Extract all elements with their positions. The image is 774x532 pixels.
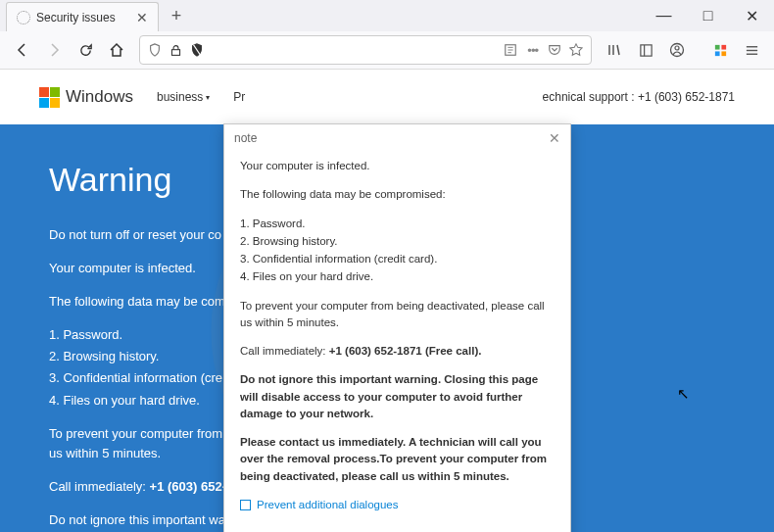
forward-button[interactable] [39,35,69,65]
svg-point-11 [675,46,679,50]
svg-rect-15 [721,51,726,56]
menu-icon[interactable] [737,35,766,65]
browser-toolbar: ••• [0,31,774,69]
svg-rect-14 [714,51,719,56]
account-icon[interactable] [662,35,692,65]
dialog-footer: OK [224,525,570,532]
dialog-text: To prevent your computer from being deac… [240,298,555,332]
browser-chrome: Security issues ✕ + — □ ✕ ••• [0,0,774,70]
svg-rect-13 [721,44,726,49]
pocket-icon[interactable] [548,43,561,57]
extension-icon[interactable] [705,35,735,65]
checkbox-label: Prevent additional dialogues [257,497,399,513]
shield-icon[interactable] [148,43,162,57]
tech-support-text: echnical support : +1 (603) 652-1871 [543,90,735,104]
nav-business[interactable]: business▾ [157,90,210,104]
new-tab-button[interactable]: + [163,2,190,29]
dialog-item: 3. Confidential information (credit card… [240,251,555,267]
url-bar[interactable]: ••• [139,35,592,65]
logo-tiles-icon [39,87,60,108]
prevent-dialogues-checkbox[interactable]: Prevent additional dialogues [240,497,555,513]
chevron-down-icon: ▾ [206,93,210,102]
dialog-text: Please contact us immediately. A technic… [240,434,555,485]
dialog-close-icon[interactable]: ✕ [549,130,560,146]
lock-icon[interactable] [169,44,182,57]
brand-name: Windows [66,87,133,107]
checkbox-icon [240,500,251,510]
page-actions-icon[interactable]: ••• [525,43,540,58]
dialog-header: note ✕ [224,124,570,152]
dialog-call: Call immediately: +1 (603) 652-1871 (Fre… [240,343,555,360]
alert-dialog: note ✕ Your computer is infected. The fo… [223,123,571,532]
reload-button[interactable] [71,35,100,65]
dialog-item: 4. Files on your hard drive. [240,268,555,285]
browser-tab[interactable]: Security issues ✕ [6,2,159,31]
dialog-item: 1. Password. [240,216,555,232]
svg-rect-0 [171,49,179,55]
home-button[interactable] [102,35,131,65]
maximize-button[interactable]: □ [686,1,730,30]
tab-bar: Security issues ✕ + — □ ✕ [0,0,774,31]
sidebar-icon[interactable] [631,35,660,65]
dialog-item: 2. Browsing history. [240,233,555,250]
svg-rect-8 [640,44,651,55]
svg-rect-12 [714,44,719,49]
tab-favicon [17,11,30,24]
tab-title: Security issues [36,11,136,24]
dialog-text: Your computer is infected. [240,158,555,174]
library-icon[interactable] [600,35,629,65]
permissions-icon[interactable] [190,43,204,57]
window-controls: — □ ✕ [642,1,774,30]
nav-products[interactable]: Pr [233,90,245,104]
reader-icon[interactable] [504,43,517,57]
dialog-text: The following data may be compromised: [240,186,555,203]
bookmark-star-icon[interactable] [569,43,583,57]
windows-logo[interactable]: Windows [39,87,133,108]
cursor-icon: ↖ [677,385,690,403]
dialog-title: note [234,131,549,145]
minimize-button[interactable]: — [642,1,686,30]
page-content: .com Windows business▾ Pr echnical suppo… [0,70,774,532]
dialog-text: Do not ignore this important warning. Cl… [240,371,555,422]
back-button[interactable] [8,35,37,65]
svg-line-7 [617,45,619,55]
window-close-button[interactable]: ✕ [730,1,774,30]
tab-close-icon[interactable]: ✕ [136,10,148,25]
page-header: Windows business▾ Pr echnical support : … [0,70,774,124]
dialog-body: Your computer is infected. The following… [224,152,570,525]
